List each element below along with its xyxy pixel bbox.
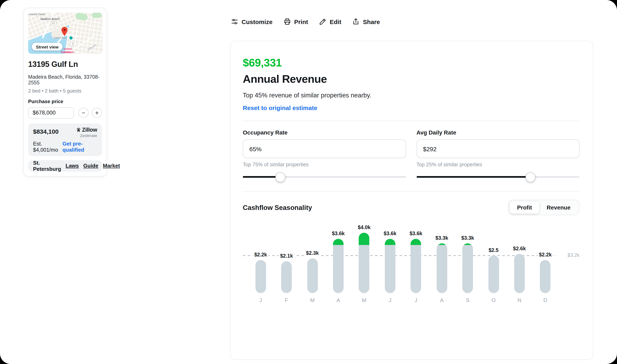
street-view-button[interactable]: Street view (32, 43, 63, 51)
bar-value-label: $2.2k (538, 252, 553, 257)
map-label-johns-pass: John's Pass (54, 37, 67, 39)
increase-price-button[interactable]: + (92, 108, 102, 118)
annual-revenue-title: Annual Revenue (243, 73, 579, 86)
avg-daily-rate-input[interactable] (416, 139, 579, 158)
month-label: J (389, 297, 391, 303)
purchase-price-input[interactable] (28, 107, 74, 118)
bar (255, 260, 266, 293)
cashflow-chart: $3.2k $2.2kJ$2.1kF$2.3kM$3.6kA$4.0kM$3.6… (243, 222, 579, 303)
breakeven-threshold-label: $3.2k (567, 252, 579, 258)
get-prequalified-link[interactable]: Get pre-qualified (62, 140, 97, 153)
guide-link[interactable]: Guide (83, 163, 98, 169)
zillow-brand-text: Zillow (82, 127, 97, 133)
chart-column: $2.6kN (507, 222, 532, 303)
zillow-house-icon (76, 127, 81, 132)
divider (243, 191, 579, 192)
zestimate-panel: $834,100 Zillow Zestimate Est. $4,001/mo (28, 123, 102, 156)
edit-button[interactable]: Edit (319, 18, 341, 25)
seasonality-header: Cashflow Seasonality Profit Revenue (243, 200, 579, 215)
toolbar: Customize Print Edit Share (231, 18, 380, 25)
annual-revenue-amount: $69,331 (243, 57, 579, 69)
map-pin-icon (61, 26, 68, 36)
chart-column: $2.2kD (532, 222, 558, 303)
bar (488, 255, 499, 293)
chart-bars: $2.2kJ$2.1kF$2.3kM$3.6kA$4.0kM$3.6kJ$3.6… (243, 222, 579, 303)
bar-value-label: $2.1k (279, 253, 294, 259)
bar (514, 254, 525, 293)
bar-value-label: $4.0k (357, 225, 372, 230)
bar (411, 239, 421, 293)
purchase-price-label: Purchase price (28, 98, 102, 104)
bar (437, 243, 447, 293)
bar-profit-cap (411, 239, 421, 245)
bar-value-label: $3.6k (408, 231, 424, 236)
market-link[interactable]: Market (103, 163, 120, 169)
zillow-logo: Zillow Zestimate (76, 127, 97, 138)
bar-profit-cap (385, 239, 396, 245)
month-label: A (440, 297, 444, 303)
toggle-profit[interactable]: Profit (510, 201, 539, 214)
adr-slider[interactable] (416, 172, 579, 182)
app-stage: iscovery Center Madeira Beach 699 John's… (0, 0, 617, 364)
chart-column: $2.1kF (274, 222, 300, 303)
chart-column: $4.0kM (351, 222, 377, 303)
revenue-subtitle: Top 45% revenue of similar properties ne… (243, 92, 579, 99)
bar-value-label: $2.6k (512, 246, 527, 251)
share-label: Share (363, 18, 380, 25)
market-links-row: St. Petersburg Laws Guide Market (28, 160, 102, 171)
print-button[interactable]: Print (284, 18, 308, 25)
month-label: A (336, 297, 340, 303)
laws-link[interactable]: Laws (66, 163, 79, 169)
chart-column: $3.6kJ (403, 222, 429, 303)
map-poi-icon (69, 36, 73, 40)
month-label: M (362, 297, 367, 303)
slider-fill (416, 176, 531, 178)
bar (307, 259, 318, 293)
pencil-icon (319, 18, 327, 25)
map-park-patch (92, 13, 102, 18)
adr-hint: Top 25% of similar properties (416, 162, 579, 168)
bar-value-label: $3.6k (382, 231, 398, 236)
chart-column: $3.6kJ (377, 222, 403, 303)
toggle-revenue[interactable]: Revenue (539, 201, 578, 214)
bar-value-label: $2.2k (253, 252, 268, 257)
app-window: iscovery Center Madeira Beach 699 John's… (0, 0, 617, 364)
occupancy-rate-label: Occupancy Rate (243, 129, 406, 136)
property-card: iscovery Center Madeira Beach 699 John's… (23, 8, 107, 176)
zestimate-label: Zestimate (80, 133, 97, 138)
adr-slider-handle[interactable] (526, 172, 535, 182)
property-map[interactable]: iscovery Center Madeira Beach 699 John's… (28, 13, 102, 54)
chart-column: $2.5O (481, 222, 507, 303)
customize-button[interactable]: Customize (231, 18, 273, 25)
occupancy-rate-input[interactable] (243, 139, 406, 158)
bar (333, 239, 343, 293)
month-label: N (517, 297, 521, 303)
map-label-chamber-line1: Treasure Island & (72, 43, 73, 46)
bar-profit-cap (333, 239, 343, 245)
printer-icon (284, 18, 291, 25)
bar (462, 243, 473, 293)
bar (540, 260, 551, 293)
market-city-label: St. Petersburg (33, 160, 61, 172)
map-label-chamber: Treasure Island & Madeira Beach Chamber … (70, 42, 73, 46)
share-button[interactable]: Share (352, 18, 380, 25)
edit-label: Edit (330, 18, 341, 25)
share-icon (352, 18, 360, 25)
month-label: J (415, 297, 417, 303)
rate-controls: Occupancy Rate Top 75% of similar proper… (243, 129, 579, 182)
month-label: J (259, 297, 262, 303)
decrease-price-button[interactable]: − (78, 108, 89, 118)
bar-profit-cap (359, 233, 370, 245)
zestimate-value: $834,100 (33, 128, 59, 135)
bar-value-label: $3.6k (331, 231, 346, 236)
avg-daily-rate-label: Avg Daily Rate (416, 129, 579, 136)
occupancy-slider[interactable] (243, 172, 406, 182)
bar-value-label: $2.3k (305, 250, 320, 256)
reset-estimate-link[interactable]: Reset to original estimate (243, 104, 317, 111)
map-label-madeira-beach: Madeira Beach (41, 17, 60, 20)
month-label: M (310, 297, 315, 303)
route-699-badge: 699 (50, 21, 56, 25)
occupancy-control: Occupancy Rate Top 75% of similar proper… (243, 129, 406, 182)
occupancy-slider-handle[interactable] (275, 172, 285, 182)
month-label: F (285, 297, 288, 303)
